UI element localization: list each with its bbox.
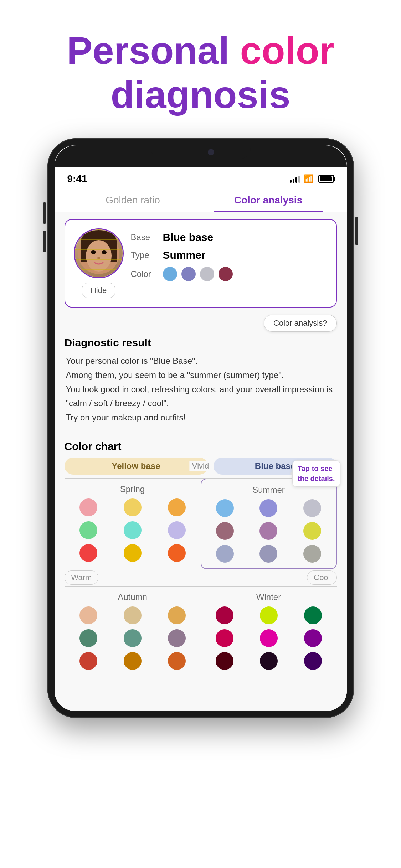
autumn-dot-6	[168, 629, 186, 647]
summer-dot-2	[259, 499, 277, 517]
base-label: Base	[131, 232, 163, 242]
diagnostic-text: Your personal color is "Blue Base". Amon…	[65, 354, 337, 424]
winter-dot-3	[304, 606, 322, 624]
spring-dot-5	[124, 521, 142, 539]
volume-down-button	[43, 231, 46, 252]
winter-quadrant[interactable]: Winter	[201, 587, 337, 676]
summer-dot-7	[216, 545, 234, 563]
autumn-dot-1	[79, 606, 97, 624]
hero-title: Personal color diagnosis	[0, 0, 401, 131]
color-analysis-question-button[interactable]: Color analysis?	[264, 315, 336, 332]
autumn-dot-5	[124, 629, 142, 647]
chart-bottom-row: Autumn	[65, 586, 337, 676]
warm-label: Warm	[65, 570, 99, 585]
type-label: Type	[131, 250, 163, 260]
autumn-dot-7	[79, 652, 97, 670]
chart-top-row: Spring	[65, 478, 337, 569]
base-row: Base Blue base	[131, 231, 328, 243]
base-value: Blue base	[163, 231, 214, 243]
color-dot-4	[219, 267, 233, 281]
title-personal: Personal	[67, 29, 229, 72]
winter-dot-1	[216, 606, 233, 624]
autumn-dot-8	[124, 652, 142, 670]
spring-dot-9	[168, 544, 186, 562]
tap-tooltip: Tap to seethe details.	[292, 460, 340, 487]
color-dot-1	[163, 267, 177, 281]
color-analysis-btn-area: Color analysis?	[65, 315, 337, 332]
front-camera	[208, 149, 214, 155]
winter-dot-4	[216, 629, 233, 647]
winter-dot-6	[304, 629, 322, 647]
title-diagnosis: diagnosis	[21, 73, 380, 117]
spring-dot-6	[168, 521, 186, 539]
spring-dots	[69, 498, 196, 562]
winter-dot-9	[304, 652, 322, 670]
color-chart-title: Color chart	[65, 440, 337, 453]
spring-dot-2	[124, 498, 142, 516]
phone-screen: 9:41 📶 Golden ratio Color analysis	[55, 145, 347, 711]
tab-bar: Golden ratio Color analysis	[55, 188, 347, 212]
diagnostic-section: Diagnostic result Your personal color is…	[65, 337, 337, 424]
status-bar: 9:41 📶	[55, 167, 347, 188]
autumn-label: Autumn	[69, 592, 196, 602]
main-content: Hide Base Blue base Type Summer Color	[55, 212, 347, 711]
avatar-grid-overlay	[75, 229, 123, 277]
blue-base-area: Blue base Tap to seethe details.	[214, 458, 337, 475]
notch-area	[55, 145, 347, 167]
cool-label: Cool	[307, 570, 336, 585]
volume-up-button	[43, 202, 46, 224]
color-chart-section: Color chart Yellow base Vivid Blue base …	[65, 440, 337, 676]
summer-dot-8	[259, 545, 277, 563]
type-row: Type Summer	[131, 249, 328, 261]
power-button	[355, 217, 358, 245]
avatar	[74, 228, 124, 278]
tab-color-analysis[interactable]: Color analysis	[201, 188, 336, 212]
signal-icon	[290, 175, 300, 183]
color-row: Color	[131, 267, 328, 281]
spring-dot-3	[168, 498, 186, 516]
battery-icon	[318, 175, 334, 183]
title-color: color	[230, 29, 334, 72]
spring-quadrant[interactable]: Spring	[65, 479, 201, 569]
autumn-dot-4	[79, 629, 97, 647]
winter-label: Winter	[205, 592, 333, 602]
section-divider	[65, 433, 337, 433]
hide-button[interactable]: Hide	[82, 283, 115, 298]
result-info: Base Blue base Type Summer Color	[131, 228, 328, 287]
winter-dots	[205, 606, 333, 670]
spring-dot-8	[124, 544, 142, 562]
summer-quadrant[interactable]: Summer	[201, 479, 337, 569]
autumn-dot-2	[124, 606, 142, 624]
summer-dot-4	[216, 522, 234, 540]
avatar-section: Hide	[74, 228, 124, 298]
color-label: Color	[131, 269, 163, 279]
spring-label: Spring	[69, 484, 196, 494]
type-value: Summer	[163, 249, 206, 261]
autumn-quadrant[interactable]: Autumn	[65, 587, 201, 676]
autumn-dots	[69, 606, 196, 670]
autumn-dot-9	[168, 652, 186, 670]
winter-dot-7	[216, 652, 233, 670]
diagnostic-title: Diagnostic result	[65, 337, 337, 349]
result-card: Hide Base Blue base Type Summer Color	[65, 219, 337, 308]
phone-frame: 9:41 📶 Golden ratio Color analysis	[47, 138, 354, 718]
winter-dot-5	[260, 629, 278, 647]
summer-dots	[206, 499, 332, 563]
spring-dot-1	[79, 498, 97, 516]
summer-dot-1	[216, 499, 234, 517]
summer-dot-6	[303, 522, 321, 540]
status-icons: 📶	[290, 174, 334, 184]
summer-dot-9	[303, 545, 321, 563]
color-dots	[163, 267, 233, 281]
axis-row: Warm Cool	[65, 570, 337, 585]
spring-dot-7	[79, 544, 97, 562]
status-time: 9:41	[67, 173, 87, 185]
summer-dot-3	[303, 499, 321, 517]
color-dot-2	[181, 267, 196, 281]
winter-dot-2	[260, 606, 278, 624]
color-dot-3	[200, 267, 214, 281]
yellow-base-badge: Yellow base	[65, 458, 208, 475]
winter-dot-8	[260, 652, 278, 670]
tab-golden-ratio[interactable]: Golden ratio	[65, 188, 201, 212]
notch	[151, 145, 251, 159]
